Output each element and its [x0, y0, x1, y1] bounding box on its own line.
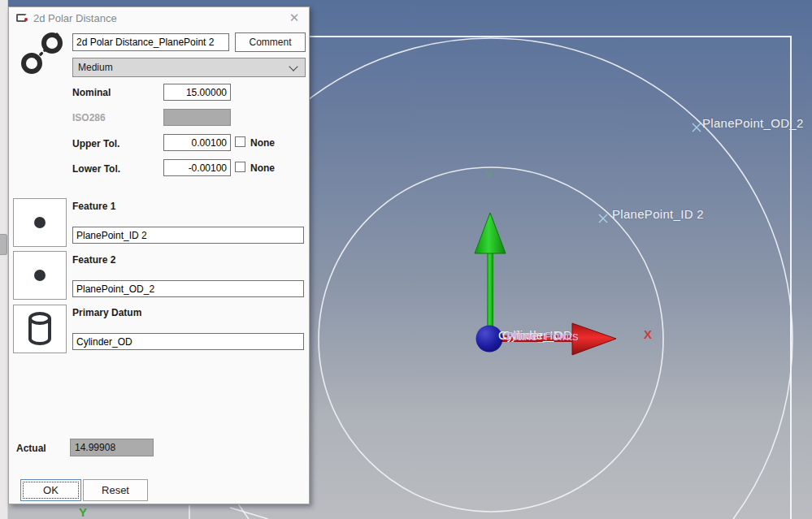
nominal-label: Nominal: [72, 87, 111, 98]
feature2-label: Feature 2: [72, 254, 115, 266]
origin-label-cluster: Cylinder_ID Cylinder_OD Plane_Points: [498, 328, 604, 344]
lower-tol-label: Lower Tol.: [72, 163, 120, 175]
feature2-icon-box[interactable]: [13, 251, 67, 300]
upper-tol-label: Upper Tol.: [72, 138, 119, 149]
origin-label-plane-points: Plane_Points: [506, 329, 578, 343]
calypso-app-icon: [16, 14, 27, 22]
point-marker-id: [599, 214, 607, 223]
close-icon[interactable]: ✕: [287, 11, 302, 25]
iso286-field: [163, 109, 231, 126]
polar-distance-dialog: 2d Polar Distance ✕ Comment Medium Nomin…: [8, 6, 310, 504]
primary-datum-input[interactable]: [72, 333, 304, 350]
primary-datum-label: Primary Datum: [72, 307, 141, 318]
characteristic-name-input[interactable]: [72, 33, 229, 51]
lower-tol-none-checkbox[interactable]: [235, 162, 245, 172]
feature2-input[interactable]: [72, 280, 304, 297]
upper-tol-none-checkbox[interactable]: [235, 136, 245, 147]
feature1-icon-box[interactable]: [13, 198, 67, 247]
feature1-label: Feature 1: [72, 201, 115, 212]
comment-button[interactable]: Comment: [235, 32, 306, 52]
chevron-down-icon: [289, 62, 297, 71]
dialog-titlebar[interactable]: 2d Polar Distance ✕: [9, 7, 309, 28]
actual-value-field: 14.99908: [70, 439, 154, 456]
feature1-input[interactable]: [72, 227, 304, 244]
viewport-label-planepoint-od: PlanePoint_OD_2: [702, 116, 804, 130]
dialog-title: 2d Polar Distance: [33, 12, 117, 24]
nominal-input[interactable]: [163, 84, 231, 101]
application-window: PlanePoint_OD_2 PlanePoint_ID 2 Cylinder…: [0, 0, 812, 519]
iso286-label: ISO286: [72, 112, 106, 123]
left-dock-panel: [0, 0, 8, 519]
y-axis-arrowhead: [475, 213, 506, 253]
x-axis-label: X: [644, 327, 652, 341]
upper-tol-input[interactable]: [163, 134, 231, 151]
tolerance-preset-select[interactable]: Medium: [72, 58, 306, 77]
primary-datum-icon-box[interactable]: [13, 305, 67, 353]
point-icon: [32, 214, 48, 231]
point-icon: [32, 267, 48, 283]
point-marker-od: [693, 123, 701, 132]
lower-tol-none-label: None: [250, 162, 275, 174]
upper-tol-none-label: None: [250, 137, 275, 149]
cylinder-icon: [26, 311, 54, 347]
side-panel-handle[interactable]: [0, 234, 7, 255]
actual-label: Actual: [16, 443, 46, 454]
polar-distance-icon: [20, 30, 66, 76]
reset-button[interactable]: Reset: [83, 479, 148, 501]
ok-button[interactable]: OK: [20, 479, 81, 501]
lower-tol-input[interactable]: [163, 159, 231, 176]
y-axis-label-bottom: Y: [79, 505, 87, 519]
viewport-label-planepoint-id: PlanePoint_ID 2: [612, 207, 704, 221]
tolerance-preset-value: Medium: [78, 62, 113, 73]
bottom-diagonal-line: [230, 508, 268, 519]
y-axis-label: Y: [485, 168, 493, 181]
